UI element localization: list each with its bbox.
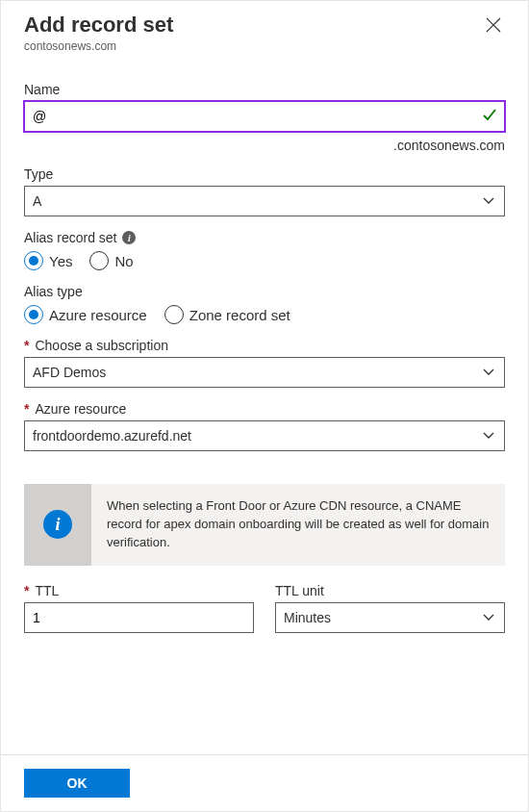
alias-record-set-label: Alias record set i — [24, 230, 505, 245]
chevron-down-icon — [483, 195, 494, 207]
type-select[interactable]: A — [24, 186, 505, 216]
info-banner-message: When selecting a Front Door or Azure CDN… — [91, 484, 505, 566]
alias-type-azure-radio[interactable]: Azure resource — [24, 305, 147, 324]
info-icon: i — [43, 510, 72, 539]
chevron-down-icon — [483, 612, 494, 623]
page-subtitle: contosonews.com — [24, 39, 173, 53]
type-value: A — [33, 193, 41, 209]
azure-resource-label: Azure resource — [24, 401, 505, 417]
ttl-label: TTL — [24, 583, 254, 598]
alias-type-zone-radio[interactable]: Zone record set — [164, 305, 290, 324]
radio-label: No — [114, 253, 133, 269]
alias-type-label: Alias type — [24, 284, 505, 299]
page-title: Add record set — [24, 13, 173, 38]
azure-resource-select[interactable]: frontdoordemo.azurefd.net — [24, 420, 505, 451]
chevron-down-icon — [483, 430, 494, 442]
type-label: Type — [24, 166, 505, 182]
name-label: Name — [24, 82, 505, 97]
radio-label: Zone record set — [189, 307, 290, 323]
info-banner: i When selecting a Front Door or Azure C… — [24, 484, 505, 566]
chevron-down-icon — [483, 367, 494, 378]
info-icon[interactable]: i — [122, 231, 136, 244]
subscription-value: AFD Demos — [33, 365, 106, 380]
subscription-select[interactable]: AFD Demos — [24, 357, 505, 388]
alias-record-no-radio[interactable]: No — [89, 251, 133, 270]
ok-button[interactable]: OK — [24, 769, 130, 798]
domain-suffix: .contosonews.com — [24, 138, 505, 153]
radio-label: Yes — [49, 253, 72, 269]
checkmark-icon — [482, 107, 497, 126]
radio-label: Azure resource — [49, 307, 147, 323]
azure-resource-value: frontdoordemo.azurefd.net — [33, 428, 191, 444]
name-input[interactable] — [24, 101, 505, 132]
close-icon[interactable] — [482, 13, 505, 39]
subscription-label: Choose a subscription — [24, 338, 505, 353]
alias-record-yes-radio[interactable]: Yes — [24, 251, 72, 270]
ttl-unit-label: TTL unit — [275, 583, 505, 598]
ttl-unit-select[interactable]: Minutes — [275, 602, 505, 633]
ttl-input[interactable] — [24, 602, 254, 633]
ttl-unit-value: Minutes — [284, 610, 331, 625]
